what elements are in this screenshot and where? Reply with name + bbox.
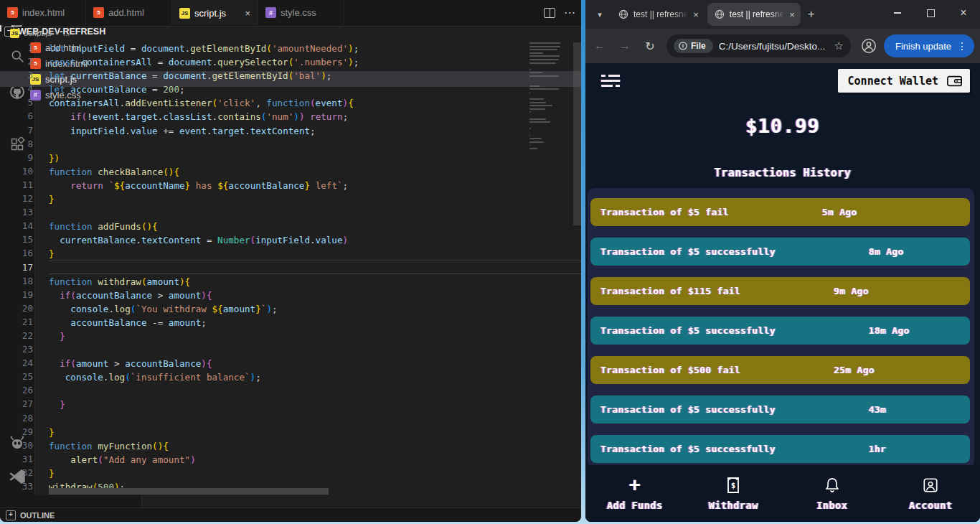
profile-icon[interactable] xyxy=(858,35,880,57)
browser-tab-1[interactable]: test || refresne× xyxy=(611,3,705,26)
transaction-time: 9m Ago xyxy=(834,286,869,296)
transaction-row[interactable]: Transaction of $5 successfully43m xyxy=(590,396,970,424)
new-tab-button[interactable]: + xyxy=(808,7,815,22)
line-number: 29 xyxy=(0,425,49,439)
globe-icon xyxy=(618,9,628,19)
horizontal-scrollbar[interactable] xyxy=(49,488,329,495)
more-actions-icon[interactable]: ⋯ xyxy=(564,6,575,19)
close-tab-icon[interactable]: × xyxy=(789,9,795,20)
browser-close-button[interactable]: × xyxy=(947,0,980,26)
nav-withdraw[interactable]: $ Withdraw xyxy=(684,465,783,522)
code-text: } xyxy=(49,246,581,260)
code-line: 18function withdraw(amount){ xyxy=(0,274,581,288)
line-number: 5 xyxy=(0,95,49,109)
line-number: 22 xyxy=(0,329,49,342)
transaction-time: 25m Ago xyxy=(834,365,875,375)
transaction-label: Transaction of $5 successfully xyxy=(600,404,776,415)
nav-add-funds-label: Add Funds xyxy=(607,500,663,511)
line-number: 31 xyxy=(0,452,49,466)
bookmark-star-icon[interactable]: ☆ xyxy=(834,39,843,52)
desktop: ← → web-dev-refresh ▾ xyxy=(0,0,980,524)
svg-text:$: $ xyxy=(731,481,736,490)
code-line: 7 inputField.value += event.target.textC… xyxy=(0,123,581,137)
transaction-row[interactable]: Transaction of $5 successfully1hr xyxy=(590,435,970,463)
code-editor[interactable]: 1let inputField = document.getElementByI… xyxy=(0,41,581,495)
transaction-row[interactable]: Transaction of $500 fail25m Ago xyxy=(590,356,970,384)
code-line: 11 return `${accountName} has ${accountB… xyxy=(0,178,581,192)
line-number: 24 xyxy=(0,356,49,370)
transaction-row[interactable]: Transaction of $5 successfully8m Ago xyxy=(590,238,970,266)
wallet-app-page: Connect Wallet $10.99 Transactions Histo… xyxy=(585,63,980,522)
vertical-scrollbar[interactable] xyxy=(573,42,581,225)
html-file-icon: 5 xyxy=(93,7,104,18)
app-menu-icon[interactable] xyxy=(601,75,620,90)
transaction-row[interactable]: Transaction of $115 fail9m Ago xyxy=(590,277,970,305)
transaction-row[interactable]: Transaction of $5 successfully18m Ago xyxy=(590,317,970,345)
code-line: 20 console.log(`You withdraw ${amount}`)… xyxy=(0,301,581,315)
browser-forward-button[interactable]: → xyxy=(614,35,636,57)
code-line: 28 xyxy=(0,411,581,425)
outline-section[interactable]: + OUTLINE xyxy=(0,507,581,522)
breadcrumb-separator-icon: › xyxy=(56,29,59,37)
code-line: 25 console.log(`insufficient balance`); xyxy=(0,370,581,383)
nav-add-funds[interactable]: + Add Funds xyxy=(585,465,684,522)
code-line: 26 xyxy=(0,383,581,397)
code-line: 3let currentBalance = document.getElemen… xyxy=(0,68,581,82)
balance-amount: $10.99 xyxy=(585,115,980,137)
nav-inbox[interactable]: Inbox xyxy=(783,465,882,522)
line-number: 21 xyxy=(0,315,49,329)
code-text xyxy=(49,261,581,274)
code-line: 1let inputField = document.getElementByI… xyxy=(0,41,581,55)
browser-back-button[interactable]: ← xyxy=(589,35,611,57)
address-bar[interactable]: File C:/Users/fujitsu/Deskto... ☆ xyxy=(666,34,851,57)
browser-maximize-button[interactable] xyxy=(914,0,947,26)
line-number: 26 xyxy=(0,383,49,397)
code-line: 17 xyxy=(0,261,581,274)
tab-index.html[interactable]: 5index.html xyxy=(0,0,86,25)
html-file-icon: 5 xyxy=(7,7,18,18)
tab-add.html[interactable]: 5add.html xyxy=(86,0,172,25)
browser-window: ▾ test || refresne×test || refresne× + ×… xyxy=(585,0,980,522)
minimap[interactable] xyxy=(529,42,571,151)
connect-wallet-button[interactable]: Connect Wallet xyxy=(838,69,970,93)
url-text: C:/Users/fujitsu/Deskto... xyxy=(719,41,829,52)
line-number: 23 xyxy=(0,342,49,356)
editor-tabs: 5index.html5add.htmlJSscript.js×#style.c… xyxy=(0,0,581,25)
code-text: let accountBalance = 200; xyxy=(49,82,581,95)
code-text: const containersAll = document.querySele… xyxy=(49,55,581,68)
finish-update-button[interactable]: Finish update ⋮ xyxy=(884,34,974,57)
line-number: 12 xyxy=(0,192,49,205)
site-info-chip[interactable]: File xyxy=(674,39,713,53)
split-editor-icon[interactable] xyxy=(544,8,555,18)
close-tab-icon[interactable]: × xyxy=(693,9,699,20)
js-file-icon: JS xyxy=(179,8,190,19)
code-line: 21 accountBalance -= amount; xyxy=(0,315,581,329)
code-line: 23 xyxy=(0,342,581,356)
code-line: 12} xyxy=(0,192,581,205)
browser-menu-kebab-icon[interactable]: ⋮ xyxy=(957,40,967,52)
code-text: if(!event.target.classList.contains('num… xyxy=(49,109,581,123)
code-text: alert("Add any amount") xyxy=(49,452,581,466)
browser-tab-2[interactable]: test || refresne× xyxy=(707,3,801,26)
line-number: 19 xyxy=(0,288,49,301)
transaction-row[interactable]: Transaction of $5 fail5m Ago xyxy=(590,198,970,226)
close-tab-icon[interactable]: × xyxy=(245,8,250,19)
browser-tabstrip: ▾ test || refresne×test || refresne× + × xyxy=(585,0,980,29)
line-number: 1 xyxy=(0,41,49,55)
tab-search-chevron-icon[interactable]: ▾ xyxy=(591,6,608,23)
breadcrumb[interactable]: JS script.js › ... xyxy=(0,25,581,41)
info-icon xyxy=(679,42,687,50)
tab-style.css[interactable]: #style.css xyxy=(258,0,344,25)
transaction-time: 8m Ago xyxy=(869,246,904,257)
browser-window-controls: × xyxy=(881,0,980,26)
browser-reload-button[interactable]: ↻ xyxy=(639,35,661,57)
line-number: 20 xyxy=(0,301,49,315)
transaction-label: Transaction of $5 successfully xyxy=(600,325,776,336)
browser-minimize-button[interactable] xyxy=(881,0,914,26)
tab-label: script.js xyxy=(194,8,226,19)
tab-script.js[interactable]: JSscript.js× xyxy=(172,0,258,25)
wallet-icon xyxy=(947,75,963,87)
tab-label: add.html xyxy=(108,7,144,18)
expand-icon[interactable]: + xyxy=(6,510,16,520)
nav-account[interactable]: Account xyxy=(882,465,980,522)
